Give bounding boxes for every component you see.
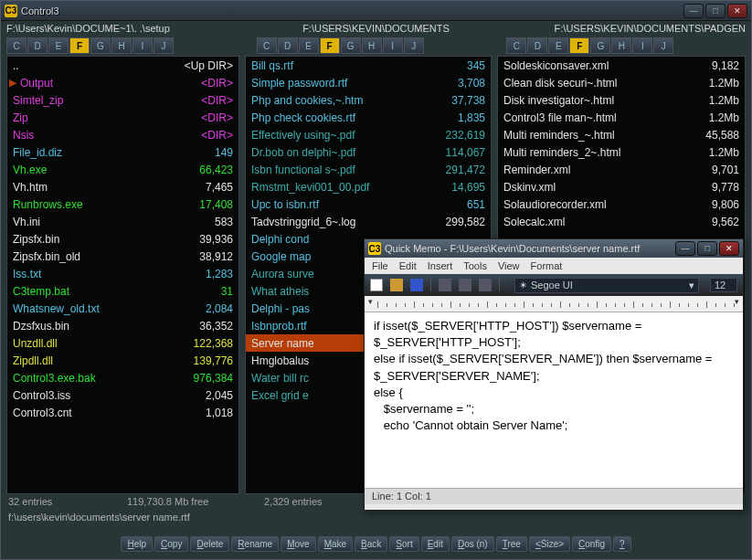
file-row[interactable]: Dzsfxus.bin36,352	[7, 317, 238, 334]
close-button[interactable]: ✕	[727, 4, 747, 18]
file-row[interactable]: Vh.ini583	[7, 213, 238, 230]
quick-memo-window[interactable]: C3 Quick Memo - F:\Users\Kevin\Documents…	[364, 238, 744, 511]
path-panel-1[interactable]: F:\Users\Kevin\DOCUME~1\. .\setup	[1, 21, 251, 37]
drive-button-d[interactable]: D	[527, 37, 547, 54]
drive-button-g[interactable]: G	[90, 37, 111, 54]
drive-button-e[interactable]: E	[548, 37, 568, 54]
back-button[interactable]: Back	[355, 536, 387, 552]
drive-button-h[interactable]: H	[111, 37, 132, 54]
drive-button-e[interactable]: E	[48, 37, 69, 54]
config-button[interactable]: Config	[572, 536, 611, 552]
move-button[interactable]: Move	[281, 536, 315, 552]
file-row[interactable]: Isbn functional s~.pdf291,472	[246, 161, 491, 178]
file-row[interactable]: Php check cookies.rtf1,835	[246, 109, 491, 126]
memo-titlebar[interactable]: C3 Quick Memo - F:\Users\Kevin\Documents…	[365, 239, 743, 258]
file-row[interactable]: Zipsfx.bin39,936	[7, 230, 238, 248]
copy-icon[interactable]	[459, 279, 471, 291]
file-row[interactable]: Clean disk securi~.html1.2Mb	[498, 74, 745, 91]
drive-button-j[interactable]: J	[653, 37, 673, 54]
drive-button-c[interactable]: C	[257, 37, 277, 54]
file-row[interactable]: Unzdll.dll122,368	[7, 334, 238, 352]
drive-button-g[interactable]: G	[341, 37, 361, 54]
main-titlebar[interactable]: C3 Control3 — □ ✕	[1, 1, 751, 21]
file-row[interactable]: Control3.iss2,045	[7, 386, 238, 404]
dosn-button[interactable]: Dos (n)	[451, 536, 494, 552]
font-size-select[interactable]: 12	[710, 278, 737, 292]
file-row[interactable]: Reminder.xml9,701	[498, 161, 745, 178]
drive-button-i[interactable]: I	[383, 37, 403, 54]
paste-icon[interactable]	[479, 279, 492, 291]
minimize-button[interactable]: —	[683, 4, 704, 18]
file-row[interactable]: Zip<DIR>	[7, 109, 238, 126]
memo-close-button[interactable]: ✕	[719, 241, 739, 256]
file-row[interactable]: Disk investigator~.html1.2Mb	[498, 91, 745, 109]
drive-button-g[interactable]: G	[590, 37, 610, 54]
file-row[interactable]: Rmstmt_kevi001_00.pdf14,695	[246, 178, 491, 195]
file-row[interactable]: ▶Output<DIR>	[7, 74, 238, 91]
file-row[interactable]: Dr.bob on delphi~.pdf114,067	[246, 143, 491, 161]
rename-button[interactable]: Rename	[231, 536, 279, 552]
drive-button-d[interactable]: D	[278, 37, 298, 54]
maximize-button[interactable]: □	[705, 4, 726, 18]
drive-button-d[interactable]: D	[27, 37, 48, 54]
file-row[interactable]: Vh.htm7,465	[7, 178, 238, 195]
file-row[interactable]: File_id.diz149	[7, 143, 238, 161]
drive-button-j[interactable]: J	[154, 37, 174, 54]
file-row[interactable]: Simple password.rtf3,708	[246, 74, 491, 91]
sort-button[interactable]: Sort	[389, 536, 418, 552]
file-row[interactable]: Upc to isbn.rtf651	[246, 195, 491, 213]
menu-tools[interactable]: Tools	[463, 260, 487, 271]
path-panel-2[interactable]: F:\USERS\KEVIN\DOCUMENTS	[251, 21, 502, 37]
file-list-1[interactable]: ..<Up DIR>▶Output<DIR>Simtel_zip<DIR>Zip…	[7, 57, 238, 493]
drive-button-e[interactable]: E	[299, 37, 319, 54]
file-row[interactable]: Effectively using~.pdf232,619	[246, 126, 491, 143]
path-panel-3[interactable]: F:\USERS\KEVIN\DOCUMENTS\PADGEN	[501, 21, 751, 37]
file-row[interactable]: C3temp.bat31	[7, 282, 238, 300]
file-row[interactable]: Nsis<DIR>	[7, 126, 238, 143]
drive-button-f[interactable]: F	[569, 37, 589, 54]
file-row[interactable]: Control3 file man~.html1.2Mb	[498, 109, 745, 126]
file-row[interactable]: Dskinv.xml9,778	[498, 178, 745, 195]
file-row[interactable]: Vh.exe66,423	[7, 161, 238, 178]
file-row[interactable]: Solaudiorecorder.xml9,806	[498, 195, 745, 213]
drive-button-f[interactable]: F	[320, 37, 340, 54]
menu-file[interactable]: File	[372, 260, 388, 271]
drive-button-h[interactable]: H	[611, 37, 631, 54]
file-row[interactable]: Bill qs.rtf345	[246, 57, 491, 74]
file-row[interactable]: Soldeskiconsaver.xml9,182	[498, 57, 745, 74]
drive-button-i[interactable]: I	[632, 37, 652, 54]
drive-button-j[interactable]: J	[404, 37, 424, 54]
drive-button-h[interactable]: H	[362, 37, 382, 54]
drive-button-f[interactable]: F	[69, 37, 90, 54]
new-icon[interactable]	[370, 279, 383, 291]
file-row[interactable]: Multi reminders_~.html45,588	[498, 126, 745, 143]
drive-button-c[interactable]: C	[6, 37, 26, 54]
file-row[interactable]: ..<Up DIR>	[7, 57, 238, 74]
file-row[interactable]: Runbrows.exe17,408	[7, 195, 238, 213]
file-row[interactable]: Iss.txt1,283	[7, 265, 238, 282]
file-row[interactable]: Control3.exe.bak976,384	[7, 369, 238, 386]
menu-edit[interactable]: Edit	[399, 260, 417, 271]
panel-1[interactable]: ..<Up DIR>▶Output<DIR>Simtel_zip<DIR>Zip…	[6, 56, 239, 494]
file-row[interactable]: Whatsnew_old.txt2,084	[7, 300, 238, 317]
file-row[interactable]: Simtel_zip<DIR>	[7, 91, 238, 109]
file-row[interactable]: Zipsfx.bin_old38,912	[7, 248, 238, 265]
menu-view[interactable]: View	[498, 260, 520, 271]
cut-icon[interactable]	[439, 279, 451, 291]
file-row[interactable]: Zipdll.dll139,776	[7, 352, 238, 369]
edit-button[interactable]: Edit	[421, 536, 450, 552]
make-button[interactable]: Make	[318, 536, 353, 552]
memo-ruler[interactable]: ▾ ▾	[365, 296, 743, 312]
size-button[interactable]: <Size>	[529, 536, 570, 552]
delete-button[interactable]: Delete	[190, 536, 229, 552]
drive-button-i[interactable]: I	[132, 37, 153, 54]
menu-format[interactable]: Format	[531, 260, 563, 271]
drive-button-c[interactable]: C	[506, 37, 526, 54]
file-row[interactable]: Tadvstringgrid_6~.log299,582	[246, 213, 491, 230]
font-select[interactable]: ✶ Segoe UI ▾	[514, 278, 699, 293]
-button[interactable]: ?	[613, 536, 631, 552]
memo-minimize-button[interactable]: —	[675, 241, 695, 256]
copy-button[interactable]: Copy	[154, 536, 188, 552]
open-icon[interactable]	[390, 279, 403, 291]
file-row[interactable]: Solecalc.xml9,562	[498, 213, 745, 230]
